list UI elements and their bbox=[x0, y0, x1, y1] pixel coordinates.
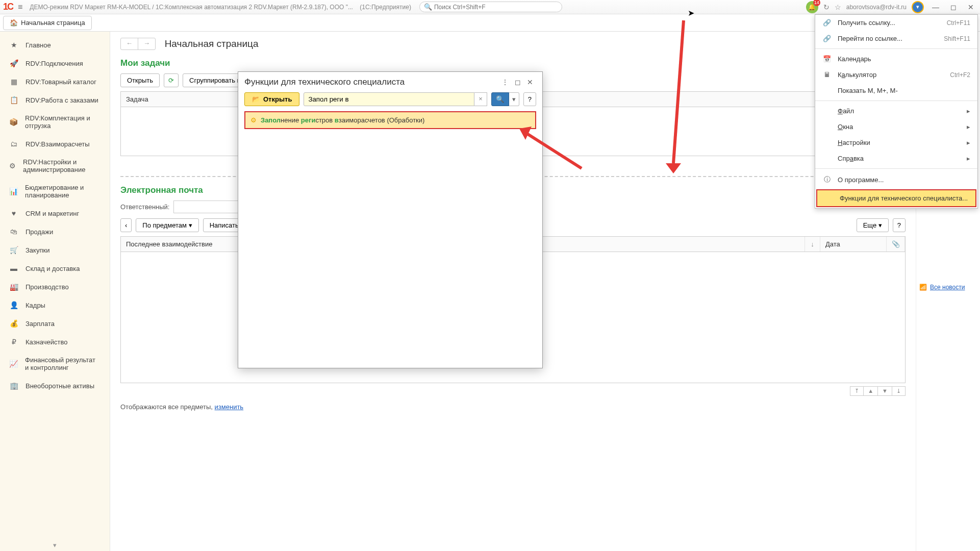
dialog-search-dropdown[interactable]: ▾ bbox=[509, 92, 519, 106]
menu-separator bbox=[815, 101, 977, 101]
email-scroll-bottom-button[interactable]: ⤓ bbox=[892, 386, 906, 396]
email-back-button[interactable]: ‹ bbox=[120, 218, 132, 232]
sidebar-item-main[interactable]: ★Главное bbox=[0, 36, 110, 54]
menu-tech-functions[interactable]: Функции для технического специалиста... bbox=[816, 189, 976, 207]
sidebar-item-treasury[interactable]: ₽Казначейство bbox=[0, 333, 110, 351]
email-scroll-up-button[interactable]: ▲ bbox=[864, 386, 878, 396]
email-by-subject-button[interactable]: По предметам ▾ bbox=[136, 218, 198, 232]
dialog-result-row[interactable]: ⚙ Заполнение регистров взаиморасчетов (О… bbox=[244, 111, 536, 129]
tasks-refresh-button[interactable]: ⟳ bbox=[164, 73, 179, 87]
sidebar-item-connections[interactable]: 🚀RDV:Подключения bbox=[0, 54, 110, 72]
warehouse-icon: ▬ bbox=[9, 264, 18, 272]
maximize-button[interactable]: ◻ bbox=[947, 3, 960, 11]
user-email[interactable]: aborovtsova@rdv-it.ru bbox=[846, 4, 907, 11]
email-col-date[interactable]: Дата bbox=[820, 237, 887, 252]
sidebar-item-settlements[interactable]: 🗂RDV:Взаиморасчеты bbox=[0, 135, 110, 153]
heart-icon: ♥ bbox=[9, 209, 18, 217]
page-title: Начальная страница bbox=[165, 38, 259, 49]
dialog-close-icon[interactable]: ✕ bbox=[524, 78, 536, 86]
menu-get-link[interactable]: 🔗 Получить ссылку... Ctrl+F11 bbox=[815, 15, 977, 31]
sidebar-item-warehouse[interactable]: ▬Склад и доставка bbox=[0, 259, 110, 278]
dialog-open-button[interactable]: 📂 Открыть bbox=[244, 92, 299, 106]
email-col-sort[interactable]: ↓ bbox=[805, 237, 820, 252]
sidebar-item-budget[interactable]: 📊Бюджетирование и планирование bbox=[0, 179, 110, 204]
main-menu-button[interactable]: ▾ bbox=[912, 1, 924, 13]
hamburger-icon[interactable]: ≡ bbox=[18, 3, 22, 12]
sidebar-item-hr[interactable]: 👤Кадры bbox=[0, 296, 110, 314]
dialog-maximize-icon[interactable]: ◻ bbox=[512, 78, 524, 86]
calculator-icon: 🖩 bbox=[822, 71, 832, 79]
calc-icon: 🗂 bbox=[9, 140, 18, 148]
gear-icon: ⚙ bbox=[250, 116, 257, 124]
nav-forward-button[interactable]: → bbox=[138, 38, 155, 49]
sliders-icon: ⚙ bbox=[9, 162, 16, 170]
sidebar-item-packing[interactable]: 📦RDV:Комплектация и отгрузка bbox=[0, 109, 110, 135]
sidebar-item-sales[interactable]: 🛍Продажи bbox=[0, 222, 110, 241]
footer-change-link[interactable]: изменить bbox=[215, 403, 244, 411]
close-button[interactable]: ✕ bbox=[965, 3, 977, 11]
tasks-open-button[interactable]: Открыть bbox=[120, 73, 160, 87]
menu-calculator[interactable]: 🖩 Калькулятор Ctrl+F2 bbox=[815, 67, 977, 83]
dialog-more-icon[interactable]: ⋮ bbox=[498, 78, 512, 86]
dialog-help-button[interactable]: ? bbox=[523, 92, 536, 106]
sidebar-item-salary[interactable]: 💰Зарплата bbox=[0, 314, 110, 333]
rocket-icon: 🚀 bbox=[9, 59, 18, 67]
sidebar-item-purchases[interactable]: 🛒Закупки bbox=[0, 241, 110, 259]
responsible-label: Ответственный: bbox=[120, 203, 169, 211]
open-icon: 📂 bbox=[252, 95, 260, 103]
clipboard-icon: 📋 bbox=[9, 96, 18, 104]
tech-functions-dialog: Функции для технического специалиста ⋮ ◻… bbox=[238, 71, 543, 368]
sidebar-item-catalog[interactable]: ▦RDV:Товарный каталог bbox=[0, 72, 110, 91]
menu-file[interactable]: Файл ▸ bbox=[815, 103, 977, 119]
sidebar-item-admin[interactable]: ⚙RDV:Настройки и администрирование bbox=[0, 153, 110, 179]
grid-icon: ▦ bbox=[9, 78, 18, 86]
global-search[interactable]: 🔍 bbox=[419, 2, 562, 12]
notifications-button[interactable]: 🔔 14 bbox=[806, 1, 818, 13]
box-icon: 📦 bbox=[9, 118, 18, 126]
tab-label: Начальная страница bbox=[21, 19, 85, 27]
nav-back-button[interactable]: ← bbox=[121, 38, 138, 49]
menu-separator bbox=[815, 48, 977, 49]
chart-icon: 📊 bbox=[9, 187, 18, 195]
info-icon: ⓘ bbox=[822, 175, 832, 184]
dialog-body bbox=[238, 129, 542, 368]
factory-icon: 🏭 bbox=[9, 283, 18, 291]
sidebar-expand-icon[interactable]: ▾ bbox=[51, 539, 59, 551]
calendar-icon: 📅 bbox=[822, 55, 832, 63]
star-icon[interactable]: ☆ bbox=[835, 3, 841, 11]
tab-home[interactable]: 🏠 Начальная страница bbox=[3, 16, 92, 30]
minimize-button[interactable]: — bbox=[929, 3, 942, 11]
main-menu-dropdown: 🔗 Получить ссылку... Ctrl+F11 🔗 Перейти … bbox=[815, 14, 978, 209]
email-help-button[interactable]: ? bbox=[893, 218, 906, 232]
search-icon: 🔍 bbox=[424, 3, 432, 11]
history-icon[interactable]: ↻ bbox=[823, 3, 830, 11]
email-col-attach[interactable]: 📎 bbox=[887, 237, 905, 252]
responsible-input[interactable] bbox=[173, 201, 245, 213]
email-scroll-top-button[interactable]: ⤒ bbox=[850, 386, 864, 396]
menu-separator bbox=[815, 168, 977, 169]
email-more-button[interactable]: Еще ▾ bbox=[857, 218, 889, 232]
email-scroll-down-button[interactable]: ▼ bbox=[878, 386, 892, 396]
bag-icon: 🛍 bbox=[9, 228, 18, 236]
menu-windows[interactable]: Окна ▸ bbox=[815, 119, 977, 135]
menu-show-m[interactable]: Показать M, M+, M- bbox=[815, 83, 977, 98]
dialog-search-clear[interactable]: × bbox=[474, 92, 487, 106]
dialog-title: Функции для технического специалиста bbox=[244, 77, 498, 87]
sidebar-item-assets[interactable]: 🏢Внеоборотные активы bbox=[0, 377, 110, 395]
all-news-link[interactable]: Все новости bbox=[930, 284, 965, 291]
global-search-input[interactable] bbox=[434, 4, 558, 11]
window-title: ДЕМО-режим RDV Маркет RM-KA-MODEL / 1С:К… bbox=[30, 4, 411, 11]
menu-about[interactable]: ⓘ О программе... bbox=[815, 171, 977, 188]
menu-calendar[interactable]: 📅 Календарь bbox=[815, 51, 977, 67]
menu-goto-link[interactable]: 🔗 Перейти по ссылке... Shift+F11 bbox=[815, 31, 977, 46]
dialog-search-input[interactable] bbox=[304, 92, 474, 106]
menu-settings[interactable]: Настройки ▸ bbox=[815, 135, 977, 151]
dialog-search-button[interactable]: 🔍 bbox=[491, 92, 509, 106]
sidebar-item-production[interactable]: 🏭Производство bbox=[0, 278, 110, 296]
sidebar-item-orders[interactable]: 📋RDV:Работа с заказами bbox=[0, 91, 110, 109]
sidebar-item-crm[interactable]: ♥CRM и маркетинг bbox=[0, 204, 110, 222]
menu-help[interactable]: Справка ▸ bbox=[815, 151, 977, 166]
tasks-title: Мои задачи bbox=[120, 58, 906, 68]
sidebar-item-finance[interactable]: 📈Финансовый результат и контроллинг bbox=[0, 351, 110, 377]
chevron-right-icon: ▸ bbox=[967, 123, 970, 131]
